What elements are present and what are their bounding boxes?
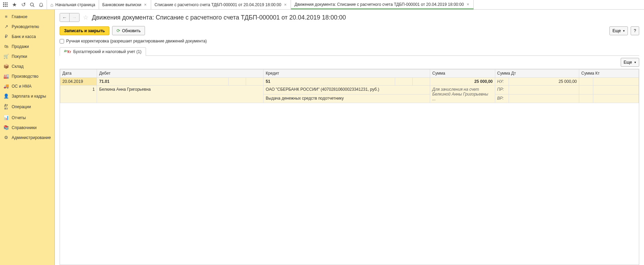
sidebar-item-admin[interactable]: ⚙ Администрирование bbox=[0, 132, 54, 142]
svg-rect-4 bbox=[5, 4, 6, 5]
table-row[interactable]: 20.04.2019 71.01 51 25 000,00 НУ: 25 000… bbox=[60, 78, 639, 86]
search-icon[interactable] bbox=[28, 1, 36, 9]
cell-credit-subconto2[interactable]: Выдача денежных средств подотчетнику bbox=[264, 94, 430, 103]
manual-correction-row: Ручная корректировка (разрешает редактир… bbox=[55, 39, 644, 47]
sidebar-item-label: Отчеты bbox=[12, 115, 26, 120]
sidebar-item-assets[interactable]: 🚚 ОС и НМА bbox=[0, 81, 54, 91]
cell-empty[interactable] bbox=[593, 86, 639, 94]
cell-empty[interactable] bbox=[395, 78, 412, 86]
cell-empty[interactable] bbox=[579, 86, 593, 94]
cell-empty[interactable] bbox=[229, 78, 246, 86]
nav-back-button[interactable]: ← bbox=[60, 13, 70, 22]
col-debit[interactable]: Дебет bbox=[97, 70, 264, 78]
sidebar-item-label: Справочники bbox=[12, 125, 37, 130]
table-row[interactable]: 1 Белкина Анна Григорьевна ОАО "СБЕРБАНК… bbox=[60, 86, 639, 94]
cell-row-number[interactable]: 1 bbox=[60, 86, 97, 103]
sidebar-item-label: Руководителю bbox=[12, 24, 39, 29]
cell-empty[interactable] bbox=[579, 94, 593, 103]
sidebar-item-catalogs[interactable]: 📚 Справочники bbox=[0, 123, 54, 132]
result-tab-accounting[interactable]: ДтКт Бухгалтерский и налоговый учет (1) bbox=[60, 47, 146, 56]
result-panel: Еще ▾ Дата bbox=[60, 55, 639, 265]
cell-empty[interactable] bbox=[509, 86, 579, 94]
cell-empty[interactable] bbox=[593, 78, 639, 86]
tab-label: Списание с расчетного счета ТДБП-000001 … bbox=[155, 2, 281, 7]
sidebar-item-label: Производство bbox=[12, 74, 38, 79]
sidebar-item-main[interactable]: ≡ Главное bbox=[0, 12, 54, 22]
cell-date[interactable]: 20.04.2019 bbox=[60, 78, 97, 86]
svg-rect-7 bbox=[5, 6, 6, 7]
sidebar-item-label: Склад bbox=[12, 64, 24, 69]
window-tabs: ⌂ Начальная страница Банковские выписки … bbox=[47, 0, 474, 9]
sidebar-item-sales[interactable]: 🛍 Продажи bbox=[0, 41, 54, 51]
col-sum-kt[interactable]: Сумма Кт bbox=[579, 70, 639, 78]
star-icon[interactable]: ★ bbox=[10, 1, 19, 9]
tab-label: Движения документа: Списание с расчетног… bbox=[294, 2, 464, 7]
sidebar-item-production[interactable]: 🏭 Производство bbox=[0, 71, 54, 81]
sidebar-item-label: ОС и НМА bbox=[12, 84, 32, 89]
history-icon[interactable]: ↺ bbox=[19, 1, 27, 9]
sidebar-item-reports[interactable]: 📊 Отчеты bbox=[0, 113, 54, 123]
sidebar-item-manager[interactable]: ↗ Руководителю bbox=[0, 22, 54, 31]
cell-nu-dt[interactable]: 25 000,00 bbox=[509, 78, 579, 86]
col-sum[interactable]: Сумма bbox=[430, 70, 495, 78]
cell-empty[interactable] bbox=[413, 78, 430, 86]
tab-home[interactable]: ⌂ Начальная страница bbox=[47, 0, 99, 9]
svg-rect-3 bbox=[3, 4, 4, 5]
cell-empty[interactable] bbox=[246, 78, 264, 86]
tab-bank-statements[interactable]: Банковские выписки × bbox=[99, 0, 151, 9]
manual-correction-checkbox[interactable] bbox=[60, 39, 64, 43]
tab-label: Банковские выписки bbox=[102, 2, 142, 7]
favorite-star-icon[interactable]: ☆ bbox=[83, 14, 88, 21]
cell-nu-label: НУ: bbox=[495, 78, 509, 86]
svg-rect-0 bbox=[3, 2, 4, 3]
result-tab-label: Бухгалтерский и налоговый учет (1) bbox=[73, 49, 142, 54]
refresh-button[interactable]: ⟳ Обновить bbox=[112, 26, 145, 35]
cell-credit-account[interactable]: 51 bbox=[264, 78, 395, 86]
more-button[interactable]: Еще ▾ bbox=[609, 26, 628, 35]
factory-icon: 🏭 bbox=[3, 74, 9, 79]
svg-rect-8 bbox=[7, 6, 8, 7]
more-label: Еще bbox=[612, 28, 621, 33]
cell-sum[interactable]: 25 000,00 bbox=[430, 78, 495, 86]
cell-debit-account[interactable]: 71.01 bbox=[97, 78, 229, 86]
sidebar: ≡ Главное ↗ Руководителю ₽ Банк и касса … bbox=[0, 10, 55, 265]
col-credit[interactable]: Кредит bbox=[264, 70, 430, 78]
cell-sum-desc[interactable]: Для зачисления на счет Белкиной Анны Гри… bbox=[430, 86, 495, 103]
manual-correction-label[interactable]: Ручная корректировка (разрешает редактир… bbox=[66, 39, 207, 43]
apps-icon[interactable] bbox=[1, 1, 10, 9]
nav-forward-button[interactable]: → bbox=[70, 13, 79, 22]
toolbar-icon-group: ★ ↺ bbox=[0, 0, 47, 9]
help-button[interactable]: ? bbox=[631, 26, 639, 35]
save-and-close-button[interactable]: Записать и закрыть bbox=[60, 26, 109, 35]
sidebar-item-label: Операции bbox=[12, 104, 31, 109]
cell-vr-label: ВР: bbox=[495, 94, 509, 103]
sidebar-item-label: Покупки bbox=[12, 54, 27, 59]
sidebar-item-hr[interactable]: 👤 Зарплата и кадры bbox=[0, 91, 54, 101]
col-sum-dt[interactable]: Сумма Дт bbox=[495, 70, 579, 78]
page-title: Движения документа: Списание с расчетног… bbox=[92, 14, 346, 21]
close-icon[interactable]: × bbox=[143, 2, 147, 7]
more-label: Еще bbox=[624, 60, 632, 65]
cell-empty[interactable] bbox=[593, 94, 639, 103]
sidebar-item-bank[interactable]: ₽ Банк и касса bbox=[0, 31, 54, 41]
tab-document-movements[interactable]: Движения документа: Списание с расчетног… bbox=[291, 0, 474, 9]
sidebar-item-warehouse[interactable]: 📦 Склад bbox=[0, 61, 54, 71]
bell-icon[interactable] bbox=[37, 1, 45, 9]
panel-more-button[interactable]: Еще ▾ bbox=[621, 58, 639, 67]
accounting-table[interactable]: Дата Дебет Кредит Сумма Сумма Дт Сумма К… bbox=[60, 69, 639, 265]
cell-pr-label: ПР: bbox=[495, 86, 509, 94]
result-tab-bar: ДтКт Бухгалтерский и налоговый учет (1) bbox=[55, 47, 644, 55]
cell-credit-subconto[interactable]: ОАО "СБЕРБАНК РОССИИ" (40702810600023341… bbox=[264, 86, 430, 94]
close-icon[interactable]: × bbox=[283, 2, 288, 7]
cell-empty[interactable] bbox=[579, 78, 593, 86]
sidebar-item-purchases[interactable]: 🛒 Покупки bbox=[0, 51, 54, 61]
cell-empty[interactable] bbox=[509, 94, 579, 103]
sidebar-item-operations[interactable]: ДтКт Операции bbox=[0, 101, 54, 113]
close-icon[interactable]: × bbox=[466, 2, 470, 7]
col-date[interactable]: Дата bbox=[60, 70, 97, 78]
gear-icon: ⚙ bbox=[3, 135, 9, 140]
cell-debit-subconto[interactable]: Белкина Анна Григорьевна bbox=[97, 86, 264, 103]
menu-icon: ≡ bbox=[3, 14, 9, 19]
tab-writeoff-doc[interactable]: Списание с расчетного счета ТДБП-000001 … bbox=[151, 0, 291, 9]
svg-rect-1 bbox=[5, 2, 6, 3]
